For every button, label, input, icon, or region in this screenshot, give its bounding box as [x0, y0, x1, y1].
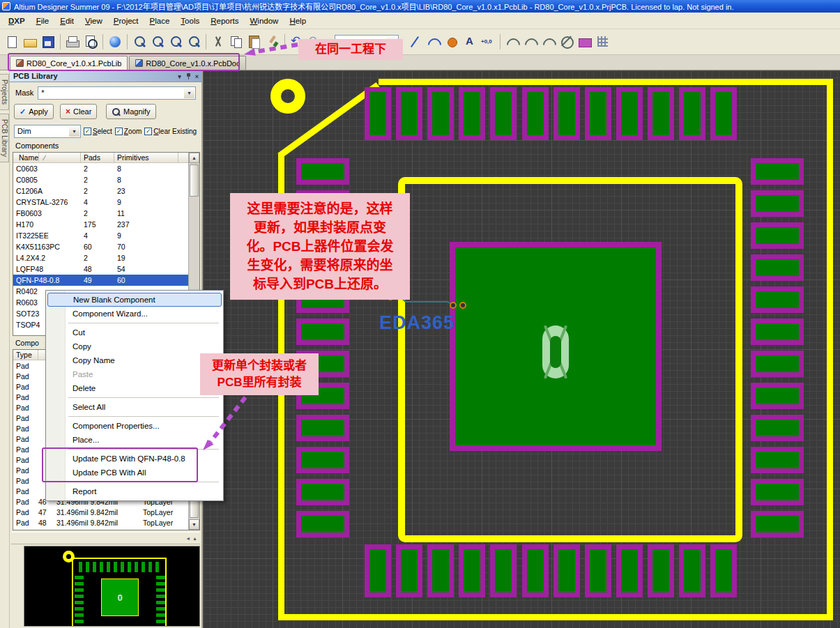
- collapse-left-icon[interactable]: ◄: [185, 536, 190, 541]
- pad-right-4[interactable]: [751, 254, 804, 281]
- browser-sphere-icon[interactable]: [107, 33, 123, 50]
- menu-item[interactable]: File: [31, 15, 55, 27]
- menu-item[interactable]: Help: [284, 15, 312, 27]
- print-icon[interactable]: [64, 33, 81, 50]
- component-row[interactable]: K4X51163PC 60 70: [13, 241, 199, 252]
- pad-left-9[interactable]: [296, 415, 349, 441]
- pin-icon[interactable]: [185, 73, 191, 80]
- checkbox-box[interactable]: [144, 128, 152, 135]
- place-pad-icon[interactable]: [443, 33, 460, 50]
- place-arc-icon[interactable]: [425, 33, 442, 50]
- menu-item-place[interactable]: Place...: [47, 433, 222, 447]
- pad-bottom-10[interactable]: [648, 544, 674, 597]
- paste-array-icon[interactable]: [595, 33, 611, 50]
- menu-item-cut[interactable]: Cut: [47, 326, 222, 339]
- menu-item[interactable]: DXP: [3, 15, 31, 27]
- component-row[interactable]: FB0603 2 11: [13, 208, 199, 219]
- pad-left-12[interactable]: [296, 511, 349, 537]
- pad-left-6[interactable]: [296, 319, 349, 345]
- pad-bottom-9[interactable]: [616, 544, 643, 597]
- pad-top-3[interactable]: [427, 87, 454, 140]
- chevron-down-icon[interactable]: ▾: [184, 88, 194, 98]
- column-header-type[interactable]: Type: [13, 350, 38, 360]
- zoom-area-icon[interactable]: [167, 33, 184, 50]
- tab-pcbdoc[interactable]: RD80_Core_v1.0.x.PcbDoc: [129, 56, 246, 70]
- checkbox-clear-existing[interactable]: Clear Existing: [144, 128, 197, 135]
- magnify-button[interactable]: Magnify: [106, 104, 156, 119]
- clear-button[interactable]: × Clear: [60, 104, 97, 119]
- menu-item[interactable]: Tools: [175, 15, 205, 27]
- pad-top-10[interactable]: [648, 87, 674, 140]
- pad-top-1[interactable]: [365, 87, 391, 140]
- pad-top-9[interactable]: [616, 87, 643, 140]
- pad-bottom-5[interactable]: [490, 544, 517, 597]
- menu-item-component-wizard[interactable]: Component Wizard...: [47, 307, 222, 321]
- menu-item-copy-name[interactable]: Copy Name: [47, 353, 222, 367]
- cut-icon[interactable]: [210, 33, 227, 50]
- menu-item[interactable]: View: [79, 15, 108, 27]
- scroll-thumb[interactable]: [190, 164, 199, 197]
- component-row[interactable]: C0603 2 8: [13, 163, 199, 174]
- pad-right-7[interactable]: [751, 351, 804, 377]
- menu-item-report[interactable]: Report: [47, 484, 222, 498]
- copy-icon[interactable]: [228, 33, 245, 50]
- menu-item[interactable]: Reports: [205, 15, 244, 27]
- column-header-primitives[interactable]: Primitives: [114, 153, 178, 162]
- mask-combo[interactable]: * ▾: [38, 86, 196, 100]
- pad-top-12[interactable]: [710, 87, 737, 140]
- full-circle-icon[interactable]: [558, 33, 575, 50]
- pad-right-1[interactable]: [751, 158, 804, 185]
- panel-menu-icon[interactable]: ▾: [178, 73, 181, 80]
- panel-close-icon[interactable]: ×: [195, 73, 199, 80]
- menu-item-paste[interactable]: Paste: [47, 367, 222, 381]
- zoom-in-icon[interactable]: [131, 33, 148, 50]
- checkbox-box[interactable]: [84, 128, 91, 135]
- pad-left-11[interactable]: [296, 479, 349, 505]
- menu-item[interactable]: Edit: [54, 15, 79, 27]
- pad-top-6[interactable]: [522, 87, 549, 140]
- component-row[interactable]: QFN-P48-0.8 49 60: [13, 275, 199, 286]
- new-document-icon[interactable]: [3, 33, 20, 50]
- pad-right-8[interactable]: [751, 383, 804, 409]
- save-icon[interactable]: [40, 33, 56, 50]
- column-header-pads[interactable]: Pads: [81, 153, 114, 162]
- menu-item-new-blank-component[interactable]: New Blank Component: [47, 293, 222, 307]
- checkbox-select[interactable]: Select: [84, 128, 112, 135]
- component-row[interactable]: CRYSTAL-3276 4 9: [13, 197, 199, 208]
- scroll-up-icon[interactable]: ▲: [189, 153, 199, 163]
- pad-right-3[interactable]: [751, 222, 804, 249]
- pad-top-5[interactable]: [490, 87, 517, 140]
- pad-right-2[interactable]: [751, 190, 804, 217]
- component-row[interactable]: L4.2X4.2 2 19: [13, 252, 199, 263]
- pad-top-8[interactable]: [585, 87, 611, 140]
- place-line-icon[interactable]: [407, 33, 424, 50]
- menu-item[interactable]: Place: [144, 15, 176, 27]
- menu-item-update-pcb-with-all[interactable]: Update PCB With All: [47, 466, 222, 480]
- pcb-canvas[interactable]: EDA365: [203, 70, 840, 628]
- pad-bottom-2[interactable]: [396, 544, 422, 597]
- pad-bottom-12[interactable]: [710, 544, 737, 597]
- format-brush-icon[interactable]: [264, 33, 281, 50]
- pad-bottom-11[interactable]: [679, 544, 705, 597]
- pad-right-10[interactable]: [751, 447, 804, 473]
- pad-right-11[interactable]: [751, 479, 804, 505]
- pad-right-12[interactable]: [751, 511, 804, 537]
- pad-top-2[interactable]: [396, 87, 422, 140]
- zoom-document-icon[interactable]: [185, 33, 202, 50]
- menu-item[interactable]: Project: [108, 15, 144, 27]
- component-row[interactable]: H170 175 237: [13, 219, 199, 230]
- arc-any-icon[interactable]: [540, 33, 557, 50]
- zoom-out-icon[interactable]: [149, 33, 166, 50]
- open-folder-icon[interactable]: [22, 33, 38, 50]
- menu-item-component-properties[interactable]: Component Properties...: [47, 419, 222, 433]
- checkbox-zoom[interactable]: Zoom: [115, 128, 142, 135]
- side-tab-pcb-library[interactable]: PCB Library: [0, 114, 9, 162]
- component-row[interactable]: LQFP48 48 54: [13, 263, 199, 275]
- pad-bottom-8[interactable]: [585, 544, 611, 597]
- place-coordinate-icon[interactable]: [480, 33, 496, 50]
- pad-right-5[interactable]: [751, 286, 804, 313]
- component-row[interactable]: C0805 2 8: [13, 174, 199, 185]
- place-fill-icon[interactable]: [576, 33, 593, 50]
- pad-bottom-1[interactable]: [365, 544, 391, 597]
- pad-right-6[interactable]: [751, 319, 804, 345]
